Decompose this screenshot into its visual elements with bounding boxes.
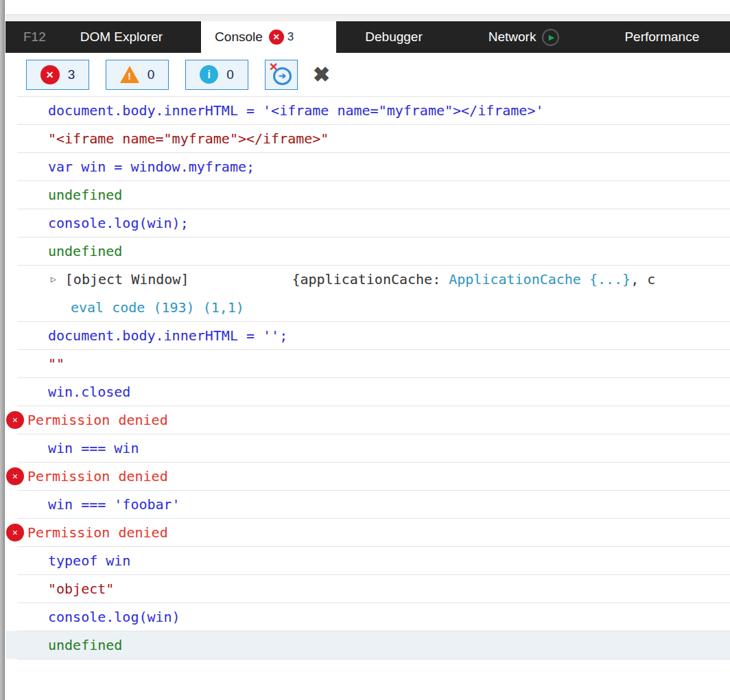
info-icon: i (200, 65, 218, 84)
top-spacer (5, 0, 730, 14)
console-object-line: ▷[object Window]{applicationCache: Appli… (5, 265, 655, 293)
window-edge (0, 0, 5, 700)
console-row[interactable]: ✕Permission denied (5, 406, 730, 434)
console-row-text: undefined (48, 243, 122, 259)
console-row[interactable]: document.body.innerHTML = '<iframe name=… (5, 96, 730, 124)
console-row[interactable]: "" (5, 349, 730, 377)
console-row-text: var win = window.myframe; (48, 159, 255, 175)
console-row[interactable]: win === 'foobar' (5, 490, 730, 518)
console-row[interactable]: "object" (5, 574, 730, 603)
console-toolbar: ✕ 3 0 i 0 ➔ ✕ ✖ (5, 53, 730, 96)
tab-dom-explorer[interactable]: DOM Explorer (80, 21, 163, 53)
devtools-content: F12 DOM Explorer Console ✕ 3 Debugger Ne… (5, 0, 730, 700)
devtools-window: F12 DOM Explorer Console ✕ 3 Debugger Ne… (0, 0, 730, 700)
object-preview: {applicationCache: ApplicationCache {...… (292, 271, 655, 288)
console-row-text: Permission denied (27, 524, 168, 541)
error-icon: ✕ (40, 65, 60, 84)
console-row-text: "<iframe name="myframe"></iframe>" (48, 130, 329, 147)
small-x-icon: ✕ (269, 60, 278, 73)
object-class-name: ApplicationCache {...} (449, 271, 631, 288)
f12-menu-button[interactable]: F12 (23, 21, 46, 53)
console-row-source-link[interactable]: eval code (193) (1,1) (71, 293, 244, 321)
window-splitter[interactable] (5, 14, 730, 21)
console-row[interactable]: console.log(win); (5, 209, 730, 237)
error-icon: ✕ (6, 411, 24, 429)
console-row[interactable]: undefined (5, 237, 730, 265)
console-log-end-divider (5, 659, 730, 660)
error-icon: ✕ (6, 524, 24, 541)
console-row-text: "" (48, 355, 64, 372)
object-preview-suffix: , c (631, 271, 655, 288)
info-filter-button[interactable]: i 0 (185, 60, 248, 90)
console-row-text: undefined (48, 187, 122, 203)
console-row-text: win === 'foobar' (48, 496, 180, 513)
clear-on-navigate-icon: ➔ ✕ (271, 65, 292, 85)
console-row[interactable]: console.log(win) (5, 603, 730, 631)
devtools-tab-bar: F12 DOM Explorer Console ✕ 3 Debugger Ne… (5, 21, 730, 53)
console-row[interactable]: typeof win (5, 546, 730, 574)
tab-console[interactable]: Console ✕ 3 (201, 21, 336, 53)
console-row-text: typeof win (48, 552, 130, 569)
clear-on-navigate-button[interactable]: ➔ ✕ (265, 60, 298, 90)
console-row-text: undefined (48, 637, 122, 653)
console-row[interactable]: win === win (5, 434, 730, 462)
errors-filter-button[interactable]: ✕ 3 (26, 60, 89, 90)
clear-console-icon[interactable]: ✖ (313, 65, 330, 85)
tab-debugger[interactable]: Debugger (365, 21, 422, 53)
warning-icon (120, 66, 139, 83)
tab-network[interactable]: Network ▶ (488, 21, 560, 53)
console-log: document.body.innerHTML = '<iframe name=… (5, 96, 730, 660)
console-row[interactable]: "<iframe name="myframe"></iframe>" (5, 124, 730, 152)
error-badge-icon: ✕ (269, 30, 284, 45)
error-count: 3 (68, 67, 75, 82)
console-row[interactable]: ▷[object Window]{applicationCache: Appli… (5, 265, 730, 321)
console-row[interactable]: undefined (5, 631, 730, 659)
console-row-text: console.log(win); (48, 215, 189, 231)
error-icon: ✕ (6, 467, 24, 485)
warnings-filter-button[interactable]: 0 (106, 60, 169, 90)
tab-console-label: Console (215, 30, 263, 45)
object-preview-prefix: {applicationCache: (292, 271, 449, 288)
console-row[interactable]: ✕Permission denied (5, 462, 730, 490)
console-row[interactable]: undefined (5, 180, 730, 209)
console-row-text: Permission denied (27, 412, 168, 428)
expand-arrow-icon[interactable]: ▷ (51, 274, 56, 284)
console-row-text: document.body.innerHTML = '<iframe name=… (48, 102, 543, 119)
warning-count: 0 (148, 67, 155, 82)
console-row[interactable]: var win = window.myframe; (5, 152, 730, 180)
console-row[interactable]: document.body.innerHTML = ''; (5, 321, 730, 349)
tab-network-label: Network (488, 30, 537, 45)
console-row-text: win.closed (48, 384, 130, 400)
info-count: 0 (226, 67, 234, 82)
console-row-text: Permission denied (27, 468, 168, 485)
profiling-ring-icon: ▶ (542, 29, 559, 46)
console-row[interactable]: ✕Permission denied (5, 518, 730, 546)
tab-console-error-count: 3 (287, 30, 294, 44)
object-label: [object Window] (65, 271, 189, 288)
console-row[interactable]: win.closed (5, 377, 730, 406)
play-icon: ▶ (549, 33, 554, 42)
console-row-text: console.log(win) (48, 609, 180, 625)
tab-performance[interactable]: Performance (624, 21, 699, 53)
console-row-text: "object" (48, 581, 114, 597)
console-row-text: document.body.innerHTML = ''; (48, 327, 287, 344)
console-row-text: win === win (48, 440, 139, 456)
